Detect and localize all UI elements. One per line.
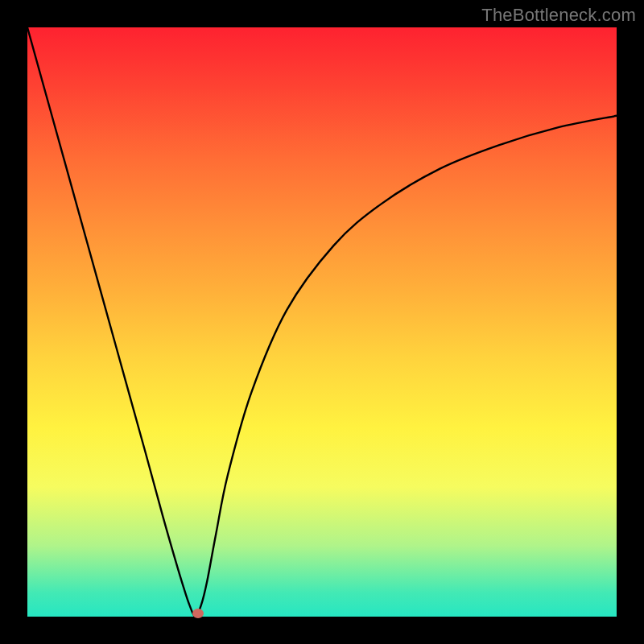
plot-area xyxy=(27,27,617,617)
watermark-text: TheBottleneck.com xyxy=(481,5,636,26)
minimum-marker xyxy=(192,609,204,618)
bottleneck-curve xyxy=(27,27,617,617)
curve-svg xyxy=(27,27,617,617)
chart-frame: TheBottleneck.com xyxy=(0,0,644,644)
